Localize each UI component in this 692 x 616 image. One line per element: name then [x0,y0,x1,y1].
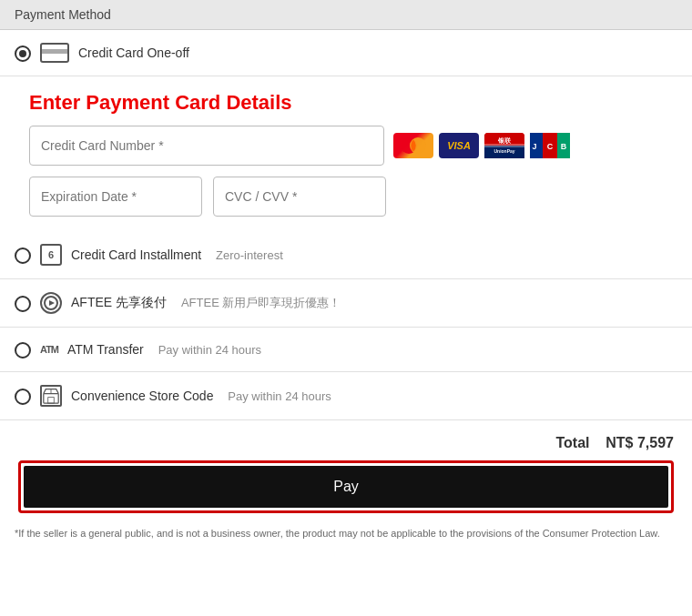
cvv-input[interactable] [213,177,386,217]
expiry-cvv-row [29,177,663,217]
total-line: Total NT$ 7,597 [18,435,674,451]
option-credit-card-label: Credit Card One-off [78,45,677,60]
svg-marker-14 [49,300,55,306]
store-icon [40,385,62,407]
payment-footer: Total NT$ 7,597 Pay [0,420,692,520]
svg-text:J: J [532,142,536,151]
svg-text:UnionPay: UnionPay [494,148,514,154]
installment-icon: 6 [40,244,62,266]
option-installment[interactable]: 6 Credit Card Installment Zero-interest [0,231,692,279]
svg-text:B: B [561,142,567,151]
form-heading: Enter Payment Card Details [29,91,663,115]
option-aftee-content: AFTEE 先享後付 AFTEE 新用戶即享現折優惠！ [71,295,677,311]
atm-icon: ATM [40,344,58,355]
card-details-form: Enter Payment Card Details VI [15,91,677,231]
option-atm[interactable]: ATM ATM Transfer Pay within 24 hours [0,328,692,372]
option-store-content: Convenience Store Code Pay within 24 hou… [71,389,677,403]
option-atm-content: ATM Transfer Pay within 24 hours [67,342,677,357]
radio-atm[interactable] [15,342,31,358]
unionpay-logo: 银联 UnionPay [484,133,524,158]
svg-rect-15 [44,394,58,404]
card-logos: VISA 银联 UnionPay [393,133,570,158]
svg-rect-16 [48,398,55,404]
disclaimer: *If the seller is a general public, and … [0,520,692,550]
option-convenience-store[interactable]: Convenience Store Code Pay within 24 hou… [0,372,692,420]
total-label: Total [555,435,589,450]
mastercard-logo [393,133,433,158]
svg-text:C: C [547,142,554,151]
radio-inner-dot [19,50,26,57]
payment-container: Payment Method Credit Card One-off Enter… [0,0,692,550]
svg-rect-4 [484,144,524,147]
card-number-row: VISA 银联 UnionPay [29,126,663,166]
expiry-input[interactable] [29,177,202,217]
card-details-block: Enter Payment Card Details VI [0,76,692,231]
option-aftee[interactable]: AFTEE 先享後付 AFTEE 新用戶即享現折優惠！ [0,279,692,328]
radio-aftee[interactable] [15,296,31,312]
aftee-icon [40,292,62,314]
credit-card-icon [40,43,69,63]
total-amount: NT$ 7,597 [606,435,674,450]
page-title: Payment Method [15,7,111,22]
radio-credit-card-oneoff[interactable] [15,45,31,62]
card-number-input[interactable] [29,126,384,166]
radio-installment[interactable] [15,247,31,264]
option-credit-card-oneoff[interactable]: Credit Card One-off [0,30,692,76]
radio-convenience-store[interactable] [15,389,31,405]
option-installment-content: Credit Card Installment Zero-interest [71,247,677,262]
pay-button-wrapper: Pay [18,460,674,513]
svg-text:银联: 银联 [497,136,512,144]
visa-logo: VISA [439,133,479,158]
page-header: Payment Method [0,0,692,30]
pay-button[interactable]: Pay [24,466,668,508]
jcb-logo: J C B [530,133,570,158]
